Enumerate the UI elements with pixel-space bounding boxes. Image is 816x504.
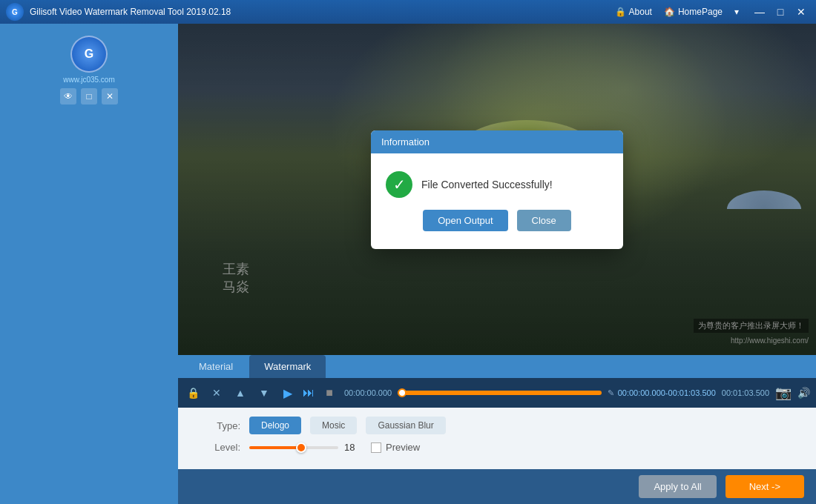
dialog-message: ✓ File Converted Successfully! xyxy=(386,171,608,198)
apply-to-all-button[interactable]: Apply to All xyxy=(639,475,716,498)
level-label: Level: xyxy=(196,442,240,453)
timeline-down-button[interactable]: ▼ xyxy=(255,384,273,402)
preview-checkbox[interactable] xyxy=(371,442,381,453)
type-gaussian-button[interactable]: Gaussian Blur xyxy=(366,417,445,434)
minimize-button[interactable]: — xyxy=(751,4,769,19)
tab-bar: Material Watermark xyxy=(178,355,816,378)
timeline-up-button[interactable]: ▲ xyxy=(231,384,249,402)
level-slider-thumb xyxy=(296,442,306,453)
play-next-button[interactable]: ⏭ xyxy=(300,384,317,402)
timeline-lock-button[interactable]: 🔒 xyxy=(184,384,202,402)
preview-label: Preview xyxy=(386,442,420,453)
preview-checkbox-group[interactable]: Preview xyxy=(371,442,420,453)
transport-controls: ▶ ⏭ ■ xyxy=(279,384,338,402)
sidebar-logo: G xyxy=(70,36,108,73)
dialog-body: ✓ File Converted Successfully! Open Outp… xyxy=(371,153,623,249)
type-label: Type: xyxy=(196,420,240,431)
bottom-section: Material Watermark 🔒 ✕ ▲ ▼ ▶ ⏭ ■ 00:00:0… xyxy=(178,355,816,504)
dialog-title-bar: Information xyxy=(371,130,623,153)
home-nav-item[interactable]: 🏠 HomePage xyxy=(664,7,723,17)
main-container: G www.jc035.com 👁 □ ✕ 王素马焱 为尊贵的客户推出录屏大师！… xyxy=(0,24,816,504)
dialog-message-text: File Converted Successfully! xyxy=(421,179,553,190)
eye-icon[interactable]: 👁 xyxy=(60,88,76,105)
timeline-track[interactable] xyxy=(398,391,601,395)
close-button[interactable]: ✕ xyxy=(792,4,810,19)
success-icon: ✓ xyxy=(386,171,412,198)
next-button[interactable]: Next -> xyxy=(725,475,804,498)
dialog-title: Information xyxy=(381,136,430,147)
level-value: 18 xyxy=(344,442,362,453)
timeline-time-left: 00:00:00.000 xyxy=(344,388,392,397)
about-label: About xyxy=(629,7,652,17)
level-settings-row: Level: 18 Preview xyxy=(196,442,798,453)
dialog-overlay: Information ✓ File Converted Successfull… xyxy=(178,24,816,355)
lock-icon[interactable]: 🔒 About xyxy=(615,7,652,17)
close-dialog-button[interactable]: Close xyxy=(517,210,571,231)
timeline-bar: 🔒 ✕ ▲ ▼ ▶ ⏭ ■ 00:00:00.000 ✎ 00:00:00.00… xyxy=(178,378,816,408)
title-nav: 🔒 About 🏠 HomePage ▾ xyxy=(615,7,739,17)
app-logo: G xyxy=(6,3,24,21)
content-area: 王素马焱 为尊贵的客户推出录屏大师！ http://www.higeshi.co… xyxy=(178,24,816,504)
camera-icon[interactable]: 📷 xyxy=(775,385,792,401)
level-slider[interactable] xyxy=(249,446,338,449)
x-icon[interactable]: ✕ xyxy=(102,88,118,105)
video-area: 王素马焱 为尊贵的客户推出录屏大师！ http://www.higeshi.co… xyxy=(178,24,816,355)
sidebar-url: www.jc035.com xyxy=(63,76,114,84)
sidebar-icon-group: 👁 □ ✕ xyxy=(60,88,118,105)
play-button[interactable]: ▶ xyxy=(279,384,297,402)
info-dialog: Information ✓ File Converted Successfull… xyxy=(371,130,623,249)
tab-watermark[interactable]: Watermark xyxy=(249,355,326,378)
square-icon[interactable]: □ xyxy=(81,88,97,105)
volume-icon[interactable]: 🔊 xyxy=(797,387,810,399)
timeline-time-right: 00:01:03.500 xyxy=(722,388,769,397)
action-bar: Apply to All Next -> xyxy=(178,469,816,504)
window-controls: — □ ✕ xyxy=(751,4,810,19)
title-bar: G Gilisoft Video Watermark Removal Tool … xyxy=(0,0,816,24)
timeline-delete-button[interactable]: ✕ xyxy=(208,384,226,402)
maximize-button[interactable]: □ xyxy=(771,4,789,19)
app-title: Gilisoft Video Watermark Removal Tool 20… xyxy=(30,7,615,17)
stop-button[interactable]: ■ xyxy=(320,384,338,402)
type-delogo-button[interactable]: Delogo xyxy=(249,417,301,434)
type-mosic-button[interactable]: Mosic xyxy=(310,417,357,434)
sidebar: G www.jc035.com 👁 □ ✕ xyxy=(0,24,178,504)
dialog-buttons: Open Output Close xyxy=(386,210,608,237)
settings-area: Type: Delogo Mosic Gaussian Blur Level: … xyxy=(178,408,816,469)
type-settings-row: Type: Delogo Mosic Gaussian Blur xyxy=(196,417,798,434)
sidebar-logo-area: G www.jc035.com 👁 □ ✕ xyxy=(0,30,178,110)
tab-material[interactable]: Material xyxy=(184,355,248,378)
open-output-button[interactable]: Open Output xyxy=(423,210,507,231)
timeline-time-center: ✎ 00:00:00.000-00:01:03.500 xyxy=(608,388,716,398)
dropdown-nav-item[interactable]: ▾ xyxy=(734,7,739,17)
timeline-thumb xyxy=(398,388,407,397)
homepage-label: HomePage xyxy=(678,7,723,17)
level-slider-container: 18 xyxy=(249,442,362,453)
